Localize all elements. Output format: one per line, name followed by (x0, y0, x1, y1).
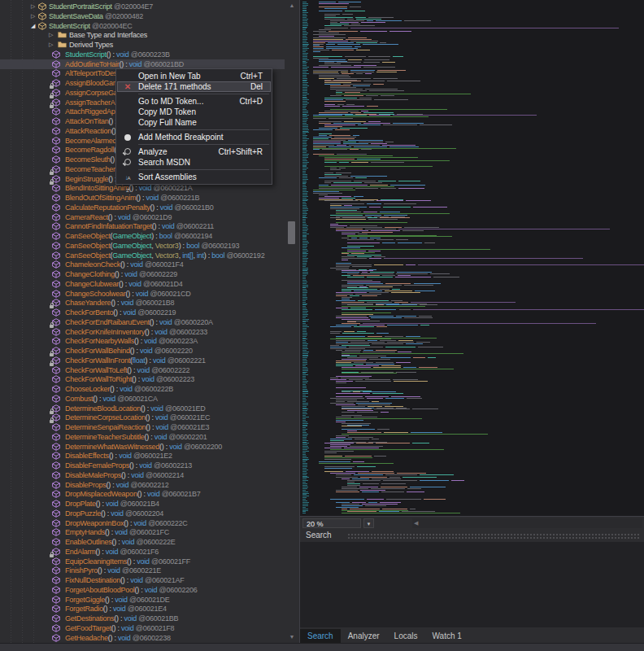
tree-node-method[interactable]: AddOutlineToHair() : void @060021BD (0, 59, 285, 69)
tree-node-method[interactable]: BlendOutOfSittingAnim() : void @0600221B (0, 193, 285, 203)
zoom-dropdown-button[interactable]: ▼ (363, 518, 374, 528)
code-line (300, 483, 644, 484)
method-icon (52, 194, 61, 202)
search-pane-content[interactable] (300, 542, 644, 627)
code-line (300, 429, 644, 430)
tree-node-method[interactable]: ForgetRadio() : void @060021E4 (0, 604, 285, 614)
tree-node-method[interactable]: EnableOutlines() : void @0600222E (0, 537, 285, 547)
expander-collapsed-icon[interactable]: ▷ (49, 40, 53, 50)
tree-node-method[interactable]: BlendIntoSittingAnim() : void @0600221A (0, 183, 285, 193)
tree-node-method[interactable]: FixNullDestination() : void @060021AF (0, 575, 285, 585)
code-line (300, 278, 644, 279)
tree-node-method[interactable]: EquipCleaningItems() : void @060021FF (0, 557, 285, 566)
tree-node-method[interactable]: CheckForKnifeInInventory() : void @06002… (0, 327, 285, 337)
code-line (300, 461, 644, 462)
scroll-down-arrow[interactable]: ▼ (285, 631, 299, 643)
code-line (300, 166, 644, 167)
tree-node-method[interactable]: DetermineCorpseLocation() : void @060021… (0, 413, 285, 422)
expander-collapsed-icon[interactable]: ▷ (31, 11, 35, 21)
tree-node-method[interactable]: CanSeeObject(GameObject, Vector3, int[],… (0, 251, 285, 260)
tree-node-method[interactable]: CanSeeObject(GameObject, Vector3) : bool… (0, 241, 285, 251)
tree-node-method[interactable]: Combust() : void @060021CA (0, 394, 285, 404)
tree-node-method[interactable]: CameraReact() : void @060021D9 (0, 212, 285, 222)
tree-node-method[interactable]: DetermineTeacherSubtitle() : void @06002… (0, 432, 285, 442)
tree-node-method[interactable]: DisableProps() : void @06002212 (0, 480, 285, 490)
tree-node-method[interactable]: CheckForWallToLeft() : void @06002222 (0, 365, 285, 375)
menu-item-sort-assemblies[interactable]: ↓AZSort Assemblies (117, 172, 271, 182)
tree-node-method[interactable]: ForgetGiggle() : void @060021DE (0, 595, 285, 605)
code-line (300, 289, 644, 290)
tree-node-method[interactable]: DropPlate() : void @060021B4 (0, 499, 285, 509)
tree-node-method[interactable]: CheckForWallInFront(float) : void @06002… (0, 356, 285, 365)
tree-node-method[interactable]: GetFoodTarget() : void @060021F8 (0, 623, 285, 633)
tree-node-method[interactable]: ChameleonCheck() : void @060021F4 (0, 260, 285, 269)
tree-node-method[interactable]: CalculateReputationPenalty() : void @060… (0, 203, 285, 212)
tree-node-folder[interactable]: ▷Derived Types (0, 40, 285, 50)
tree-node-method[interactable]: FinishPyro() : void @0600221E (0, 566, 285, 575)
menu-item-shortcut: Del (250, 81, 263, 92)
tree-node-class[interactable]: ▷StudentPortraitScript @020004E7 (0, 2, 285, 11)
tree-node-method[interactable]: DisableMaleProps() : void @06002214 (0, 470, 285, 480)
tree-node-method[interactable]: DetermineBloodLocation() : void @060021E… (0, 404, 285, 413)
tree-node-method[interactable]: DisableEffects() : void @060021E2 (0, 451, 285, 461)
code-line (300, 299, 644, 299)
tree-node-method[interactable]: CanSeeObject(GameObject) : bool @0600219… (0, 231, 285, 241)
tree-node-class[interactable]: ◢StudentScript @020004EC (0, 21, 285, 31)
tree-node-method[interactable]: ChangeClubwear() : void @060021D4 (0, 279, 285, 289)
code-line (300, 443, 644, 443)
tree-node-folder[interactable]: ▷Base Type and Interfaces (0, 30, 285, 40)
expander-collapsed-icon[interactable]: ▷ (31, 2, 35, 11)
tree-node-method[interactable]: DropPuzzle() : void @06002204 (0, 509, 285, 518)
menu-item-add-method-breakpoint[interactable]: Add Method Breakpoint (117, 132, 271, 142)
tree-node-method[interactable]: DropMisplacedWeapon() : void @060021B7 (0, 489, 285, 499)
tree-node-method[interactable]: StudentScript() : void @0600223B (0, 50, 285, 59)
scroll-left-arrow[interactable]: ◀ (414, 518, 418, 528)
tree-node-method[interactable]: CannotFindInfatuationTarget() : void @06… (0, 221, 285, 231)
expander-collapsed-icon[interactable]: ▷ (49, 30, 53, 40)
code-line (300, 200, 644, 201)
tree-node-method[interactable]: DetermineWhatWasWitnessed() : void @0600… (0, 442, 285, 452)
menu-item-copy-full-name[interactable]: Copy Full Name (117, 117, 271, 128)
tree-node-method[interactable]: CheckForBento() : void @06002219 (0, 308, 285, 317)
menu-item-go-to-md-token[interactable]: Go to MD Token...Ctrl+D (117, 96, 271, 107)
tree-node-method[interactable]: ChaseYandere() : void @060021B8 (0, 298, 285, 308)
search-pane-titlebar[interactable]: Search (300, 530, 644, 542)
zoom-level-combobox[interactable]: 20 % (302, 518, 361, 528)
tree-node-method[interactable]: EndAlarm() : void @060021F6 (0, 547, 285, 557)
tree-node-class[interactable]: ▷StudentSaveData @02000482 (0, 11, 285, 21)
tree-node-method[interactable]: DisableFemaleProps() : void @06002213 (0, 461, 285, 470)
tree-node-method[interactable]: DropWeaponInBox() : void @0600222C (0, 518, 285, 528)
menu-item-analyze[interactable]: AnalyzeCtrl+Shift+R (117, 146, 271, 157)
tree-node-method[interactable]: ChangeSchoolwear() : void @060021CD (0, 289, 285, 299)
tree-node-method[interactable]: GetDestinations() : void @060021BB (0, 614, 285, 623)
zoom-toolbar: 20 % ▼ ◀ (300, 516, 644, 530)
breakpoint-icon (121, 132, 134, 142)
menu-item-open-in-new-tab[interactable]: Open in New TabCtrl+T (117, 71, 271, 81)
scrollbar-thumb[interactable] (288, 221, 295, 244)
tree-vertical-scrollbar[interactable]: ▲ ▼ (285, 0, 299, 643)
tree-node-method[interactable]: ChangeClothing() : void @06002229 (0, 269, 285, 279)
scroll-up-arrow[interactable]: ▲ (285, 0, 299, 11)
code-line (300, 395, 644, 395)
code-horizontal-scrollbar[interactable]: ◀ (412, 518, 642, 528)
code-line (300, 482, 644, 483)
expander-open-icon[interactable]: ◢ (31, 21, 35, 31)
tree-node-method[interactable]: GetHeadache() : void @06002238 (0, 633, 285, 643)
menu-item-copy-md-token[interactable]: Copy MD Token (117, 107, 271, 117)
decompiled-code-view[interactable] (300, 0, 644, 516)
tree-node-method[interactable]: CheckForWallBehind() : void @06002220 (0, 346, 285, 356)
tree-node-method[interactable]: EmptyHands() : void @060021FC (0, 527, 285, 537)
code-line (300, 165, 644, 166)
dnspy-window: ▷StudentPortraitScript @020004E7▷Student… (0, 0, 644, 651)
code-line (300, 423, 644, 424)
tree-node-method[interactable]: CheckForWallToRight() : void @06002223 (0, 374, 285, 384)
tree-node-method[interactable]: CheckForEndRaibaruEvent() : void @060022… (0, 317, 285, 327)
tree-node-method[interactable]: DetermineSenpaiReaction() : void @060021… (0, 422, 285, 432)
code-line (300, 297, 644, 298)
tree-node-label: EnableOutlines() : void @0600222E (65, 537, 176, 547)
tree-node-method[interactable]: CheckForNearbyWalls() : void @0600223A (0, 336, 285, 346)
menu-item-delete-171-methods[interactable]: ✕Delete 171 methodsDel (117, 81, 271, 92)
tree-node-method[interactable]: ForgetAboutBloodPool() : void @06002206 (0, 585, 285, 595)
menu-item-search-msdn[interactable]: Search MSDN (117, 157, 271, 168)
tree-node-method[interactable]: ChooseLocker() : void @0600222B (0, 384, 285, 394)
